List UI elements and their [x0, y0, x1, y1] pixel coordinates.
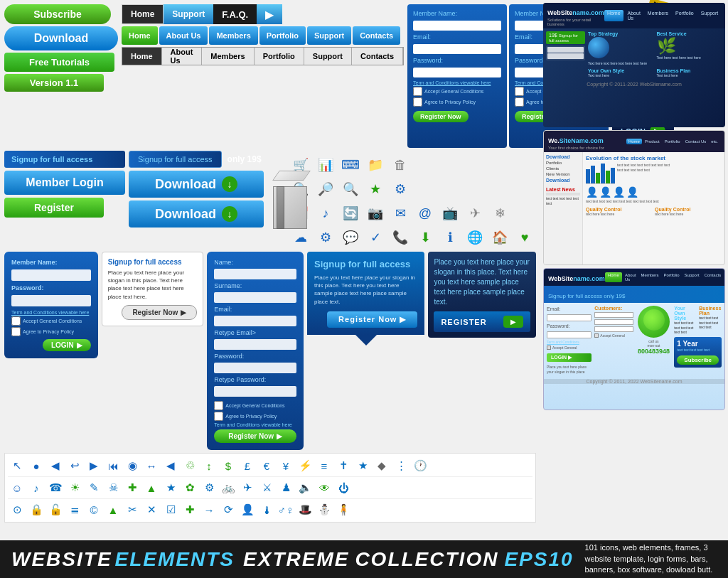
- trash-icon[interactable]: 🗑: [389, 154, 412, 176]
- wp3-terms-link[interactable]: Term and Conditions: [547, 340, 592, 345]
- icon-yen[interactable]: ¥: [277, 456, 295, 475]
- nav-members-gray[interactable]: Members: [202, 48, 254, 65]
- wp2-nav-4[interactable]: Contact Us: [683, 139, 709, 144]
- plane-icon[interactable]: ✈: [464, 202, 486, 225]
- icon-bike[interactable]: 🚲: [219, 478, 237, 497]
- signup-register-btn[interactable]: Register Now ▶: [327, 311, 417, 328]
- sfl-password-input[interactable]: [214, 363, 296, 373]
- wp2-sidebar-nv[interactable]: New Version: [546, 172, 580, 176]
- nav-contacts-green[interactable]: Contacts: [353, 26, 400, 45]
- wp1-nav-home[interactable]: Home: [604, 10, 623, 21]
- calculator-icon[interactable]: 📊: [314, 154, 337, 176]
- icon-plus2[interactable]: ✚: [181, 501, 199, 519]
- subscribe-button[interactable]: Subscribe: [4, 4, 111, 24]
- photo-icon[interactable]: 📷: [364, 202, 387, 225]
- gear-icon[interactable]: ⚙: [389, 178, 412, 200]
- free-tutorials-button[interactable]: Free Tutorials: [4, 53, 114, 72]
- icon-person2[interactable]: 🧍: [334, 501, 353, 519]
- icon-snowman[interactable]: ⛄: [315, 501, 333, 519]
- sfl-retype-password-input[interactable]: [214, 386, 296, 397]
- nav-support-green[interactable]: Support: [307, 26, 351, 45]
- snowflake-icon[interactable]: ❄: [488, 202, 511, 225]
- lf-check-1[interactable]: [11, 316, 21, 326]
- password-input-1[interactable]: [413, 68, 501, 77]
- wp3-nav-contacts[interactable]: Contacts: [702, 272, 724, 282]
- icon-triangle2[interactable]: ▲: [104, 501, 122, 519]
- nav-portfolio-green[interactable]: Portfolio: [259, 26, 306, 45]
- icon-hat[interactable]: 🎩: [296, 501, 314, 519]
- wp3-nav-about[interactable]: About Us: [623, 272, 638, 282]
- register-now-banner[interactable]: REGISTER ▶: [434, 311, 530, 332]
- member-name-input-1[interactable]: [413, 21, 501, 31]
- wp3-nav-support[interactable]: Support: [682, 272, 702, 282]
- icon-lightning[interactable]: ⚡: [296, 456, 314, 475]
- icon-clock[interactable]: 🕐: [411, 456, 429, 475]
- nav-members-green[interactable]: Members: [209, 26, 257, 45]
- icon-unlock[interactable]: 🔓: [46, 501, 65, 519]
- icon-pencil[interactable]: ✎: [85, 478, 103, 497]
- icon-sun[interactable]: ☀: [65, 478, 84, 497]
- icon-skull[interactable]: ☠: [104, 478, 122, 497]
- search-plus-icon[interactable]: 🔎: [314, 178, 337, 200]
- wp2-nav-5[interactable]: etc.: [709, 139, 720, 144]
- download-icon[interactable]: ⬇: [414, 226, 437, 249]
- icon-menu[interactable]: ≡: [315, 456, 333, 475]
- network-icon[interactable]: ⌨: [339, 154, 362, 176]
- tv-icon[interactable]: 📺: [439, 202, 461, 225]
- at-icon[interactable]: @: [414, 202, 437, 225]
- icon-star2[interactable]: ★: [353, 456, 372, 475]
- signup-19-banner[interactable]: Signup for full access: [129, 151, 222, 168]
- privacy-check-1[interactable]: [413, 97, 422, 107]
- wifi-icon[interactable]: ☁: [289, 226, 312, 249]
- email-input-1[interactable]: [413, 44, 501, 54]
- email-icon[interactable]: ✉: [389, 202, 412, 225]
- wp1-nav-portfolio[interactable]: Portfolio: [673, 10, 697, 21]
- icon-note[interactable]: ♪: [27, 478, 46, 497]
- icon-speaker[interactable]: 🔈: [296, 478, 314, 497]
- icon-list[interactable]: ≣: [65, 501, 84, 519]
- wp1-nav-members[interactable]: Members: [645, 10, 671, 21]
- icon-return[interactable]: ↩: [65, 456, 84, 475]
- icon-eye[interactable]: 👁: [315, 478, 333, 497]
- accept-terms-check-1[interactable]: [413, 87, 422, 96]
- refresh-icon[interactable]: 🔄: [339, 202, 362, 225]
- icon-cog[interactable]: ⚙: [200, 478, 218, 497]
- wp3-nav-portfolio[interactable]: Portfolio: [662, 272, 682, 282]
- wp2-sidebar-cl[interactable]: Clients: [546, 166, 580, 171]
- version-button[interactable]: Version 1.1: [4, 74, 104, 92]
- heart-icon[interactable]: ♥: [513, 226, 536, 249]
- wp3-login-btn[interactable]: LOGIN ▶: [547, 353, 592, 362]
- wp1-nav-about[interactable]: About Us: [625, 10, 643, 21]
- wp2-nav-2[interactable]: Product: [643, 139, 662, 144]
- icon-target2[interactable]: ⊙: [8, 501, 26, 519]
- lf-terms-link[interactable]: Term and Conditions viewable here: [11, 310, 91, 315]
- icon-target[interactable]: ◉: [123, 456, 141, 475]
- sfl-retype-email-input[interactable]: [214, 339, 296, 350]
- icon-cross[interactable]: ✝: [334, 456, 353, 475]
- icon-arrow-right[interactable]: →: [200, 501, 218, 519]
- icon-updown[interactable]: ↕: [200, 456, 218, 475]
- nav-portfolio-gray[interactable]: Portfolio: [255, 48, 304, 65]
- icon-x[interactable]: ✕: [142, 501, 161, 519]
- icon-chess[interactable]: ♟: [277, 478, 295, 497]
- icon-triangle[interactable]: ▲: [142, 478, 161, 497]
- globe-icon[interactable]: 🌐: [464, 226, 486, 249]
- sms-icon[interactable]: 💬: [339, 226, 362, 249]
- icon-play[interactable]: ▶: [85, 456, 103, 475]
- signup-banner-small[interactable]: Signup for full access: [4, 151, 125, 168]
- nav-home-gray[interactable]: Home: [122, 48, 162, 65]
- wp1-nav-support[interactable]: Support: [698, 10, 722, 21]
- icon-copyright[interactable]: ©: [85, 501, 103, 519]
- accept-terms-check-2[interactable]: [515, 87, 524, 96]
- icon-plane2[interactable]: ✈: [238, 478, 257, 497]
- nav-faq-1[interactable]: F.A.Q.: [213, 4, 257, 24]
- register-outline-btn[interactable]: Register Now ▶: [122, 305, 197, 320]
- music-icon[interactable]: ♪: [314, 202, 337, 225]
- wp2-nav-1[interactable]: Home: [626, 139, 642, 144]
- icon-phone2[interactable]: ☎: [46, 478, 65, 497]
- download-button-top[interactable]: Download: [4, 26, 118, 50]
- folder-icon[interactable]: 📁: [364, 154, 387, 176]
- settings-icon[interactable]: ⚙: [314, 226, 337, 249]
- nav-support-gray[interactable]: Support: [304, 48, 352, 65]
- icon-resize[interactable]: ↔: [142, 456, 161, 475]
